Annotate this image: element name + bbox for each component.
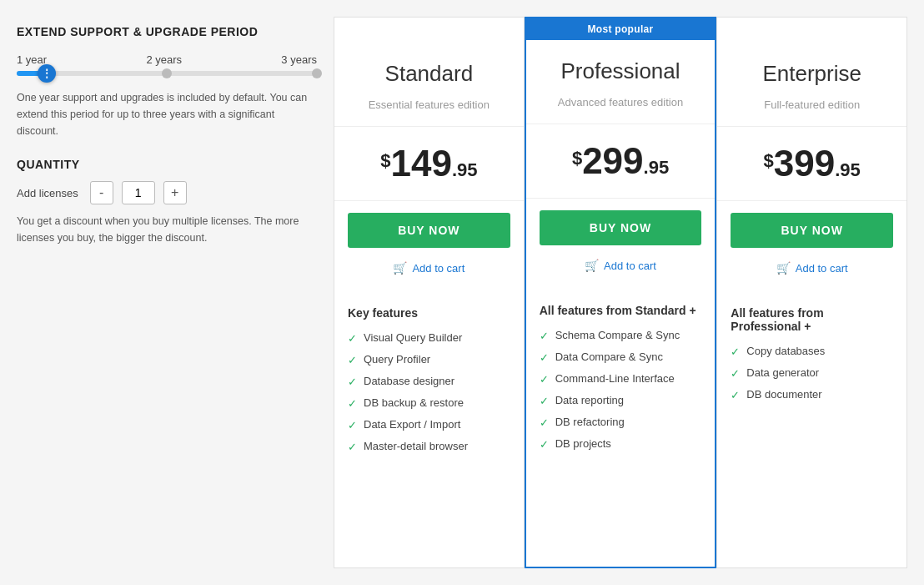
cart-icon-standard: 🛒 <box>393 261 407 275</box>
plan-professional: Most popular Professional Advanced featu… <box>525 17 717 568</box>
standard-buy-button[interactable]: BUY NOW <box>348 213 510 248</box>
feature-label: Visual Query Builder <box>364 331 462 344</box>
check-icon: ✓ <box>348 354 357 366</box>
list-item: ✓ Visual Query Builder <box>348 331 510 345</box>
slider-label-3yr: 3 years <box>281 53 317 66</box>
check-icon: ✓ <box>540 330 549 342</box>
slider-thumb[interactable]: ⋮ <box>38 64 56 83</box>
professional-features: All features from Standard + ✓ Schema Co… <box>526 287 716 567</box>
professional-price-main: 299 <box>582 140 643 181</box>
standard-edition: Essential features edition <box>348 98 510 111</box>
enterprise-price-section: $399.95 <box>717 127 906 201</box>
slider-dot-end <box>312 68 322 78</box>
enterprise-spacer <box>717 18 906 43</box>
feature-label: Database designer <box>364 375 454 387</box>
quantity-input[interactable] <box>122 181 155 204</box>
most-popular-badge: Most popular <box>526 18 716 40</box>
check-icon: ✓ <box>540 351 549 364</box>
enterprise-header: Enterprise Full-featured edition <box>717 43 906 127</box>
professional-cart-label: Add to cart <box>604 260 656 272</box>
feature-label: Data generator <box>746 366 819 379</box>
list-item: ✓ Copy databases <box>731 345 893 358</box>
feature-label: Schema Compare & Sync <box>555 329 680 341</box>
list-item: ✓ Data reporting <box>540 394 702 407</box>
list-item: ✓ Schema Compare & Sync <box>540 329 702 342</box>
check-icon: ✓ <box>731 389 740 401</box>
professional-header: Professional Advanced features edition <box>526 40 716 124</box>
professional-plan-name: Professional <box>540 58 702 84</box>
list-item: ✓ DB documenter <box>731 388 893 401</box>
standard-plan-name: Standard <box>348 61 510 87</box>
list-item: ✓ Data Compare & Sync <box>540 350 702 364</box>
list-item: ✓ DB backup & restore <box>348 396 510 410</box>
enterprise-price-cents: .95 <box>835 159 861 180</box>
check-icon: ✓ <box>348 397 357 410</box>
cart-icon-enterprise: 🛒 <box>776 261 791 275</box>
quantity-row: Add licenses - + <box>17 181 317 204</box>
quantity-title: QUANTITY <box>17 158 317 171</box>
standard-cart-label: Add to cart <box>412 262 465 275</box>
list-item: ✓ Data Export / Import <box>348 418 510 431</box>
pricing-area: Standard Essential features edition $149… <box>334 17 907 568</box>
list-item: ✓ DB refactoring <box>540 416 702 429</box>
feature-label: Copy databases <box>746 345 825 357</box>
slider-section: 1 year 2 years 3 years ⋮ <box>17 53 317 76</box>
quantity-plus-button[interactable]: + <box>163 181 187 204</box>
slider-label-2yr: 2 years <box>146 53 182 66</box>
professional-add-to-cart-link[interactable]: 🛒 Add to cart <box>526 254 716 287</box>
quantity-minus-button[interactable]: - <box>90 181 113 204</box>
professional-features-title: All features from Standard + <box>540 304 702 317</box>
list-item: ✓ Data generator <box>731 366 893 380</box>
slider-track[interactable]: ⋮ <box>17 71 317 76</box>
list-item: ✓ Query Profiler <box>348 353 510 366</box>
enterprise-edition: Full-featured edition <box>731 98 893 111</box>
feature-label: DB documenter <box>746 388 821 401</box>
list-item: ✓ Database designer <box>348 375 510 388</box>
page-container: EXTEND SUPPORT & UPGRADE PERIOD 1 year 2… <box>0 0 924 585</box>
standard-price-symbol: $ <box>380 152 390 170</box>
check-icon: ✓ <box>540 373 549 386</box>
enterprise-add-to-cart-link[interactable]: 🛒 Add to cart <box>717 256 906 290</box>
quantity-label: Add licenses <box>17 187 78 199</box>
check-icon: ✓ <box>540 416 549 429</box>
standard-price-section: $149.95 <box>334 127 524 201</box>
check-icon: ✓ <box>348 441 357 453</box>
check-icon: ✓ <box>540 438 549 451</box>
professional-edition: Advanced features edition <box>540 96 702 108</box>
standard-header: Standard Essential features edition <box>334 43 524 127</box>
standard-spacer <box>334 18 524 43</box>
cart-icon-professional: 🛒 <box>585 259 599 272</box>
list-item: ✓ Command-Line Interface <box>540 372 702 386</box>
feature-label: Data Export / Import <box>364 418 460 431</box>
slider-arrow-icon: ⋮ <box>42 68 52 78</box>
feature-label: Data reporting <box>555 394 624 406</box>
quantity-section: QUANTITY Add licenses - + You get a disc… <box>17 158 317 246</box>
standard-price: $149.95 <box>348 145 510 182</box>
list-item: ✓ DB projects <box>540 437 702 451</box>
enterprise-buy-button[interactable]: BUY NOW <box>731 213 893 248</box>
enterprise-features-title: All features from Professional + <box>731 306 893 333</box>
standard-features-title: Key features <box>348 306 510 320</box>
standard-price-cents: .95 <box>452 159 478 180</box>
professional-buy-button[interactable]: BUY NOW <box>540 210 702 245</box>
standard-add-to-cart-link[interactable]: 🛒 Add to cart <box>334 256 524 290</box>
standard-price-main: 149 <box>390 143 451 184</box>
check-icon: ✓ <box>731 345 740 358</box>
enterprise-plan-name: Enterprise <box>731 61 893 87</box>
support-title: EXTEND SUPPORT & UPGRADE PERIOD <box>17 25 317 38</box>
professional-price-section: $299.95 <box>526 124 716 199</box>
feature-label: DB backup & restore <box>364 396 464 409</box>
plan-enterprise: Enterprise Full-featured edition $399.95… <box>716 17 907 568</box>
check-icon: ✓ <box>348 332 357 345</box>
slider-labels: 1 year 2 years 3 years <box>17 53 317 66</box>
plan-standard: Standard Essential features edition $149… <box>334 17 525 568</box>
professional-price-symbol: $ <box>572 149 582 168</box>
enterprise-features: All features from Professional + ✓ Copy … <box>717 290 906 567</box>
enterprise-price-main: 399 <box>774 143 835 184</box>
enterprise-cart-label: Add to cart <box>796 262 848 275</box>
professional-price: $299.95 <box>540 143 702 179</box>
standard-features: Key features ✓ Visual Query Builder ✓ Qu… <box>334 290 524 567</box>
slider-dot-mid <box>162 68 172 78</box>
professional-price-cents: .95 <box>644 157 670 178</box>
feature-label: Query Profiler <box>364 353 430 366</box>
